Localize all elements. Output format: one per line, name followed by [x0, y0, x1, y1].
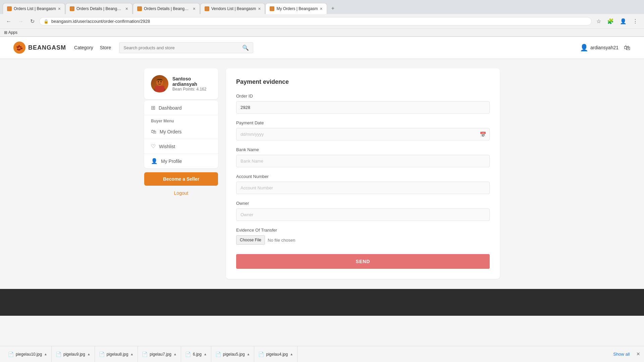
new-tab-button[interactable]: + — [327, 3, 338, 14]
account-number-input[interactable] — [236, 182, 490, 194]
svg-rect-4 — [155, 86, 164, 92]
tab-orders-list[interactable]: 🛒 Orders List | Beangasm × — [3, 3, 65, 14]
download-item-2[interactable]: 📄 pigelau9.jpg ▲ — [52, 346, 95, 352]
sidebar: Santoso ardiansyah Bean Points: 4.162 ⊞ … — [144, 68, 218, 279]
store-link[interactable]: Store — [100, 45, 111, 50]
order-id-input[interactable] — [236, 101, 490, 114]
send-button[interactable]: SEND — [236, 254, 490, 269]
payment-date-group: Payment Date 📅 — [236, 120, 490, 140]
browser-tabs: 🛒 Orders List | Beangasm × 🛒 Orders Deta… — [0, 0, 644, 14]
tab-orders-details-1[interactable]: 🛒 Orders Details | Beangasm × — [65, 3, 132, 14]
profile-icon: 👤 — [151, 158, 158, 164]
sidebar-item-wishlist[interactable]: ♡ Wishlist — [144, 139, 218, 154]
wishlist-label: Wishlist — [159, 144, 175, 149]
dashboard-label: Dashboard — [159, 105, 182, 111]
user-icon: 👤 — [580, 44, 588, 52]
bank-name-label: Bank Name — [236, 147, 490, 152]
profile-info: Santoso ardiansyah Bean Points: 4.162 — [172, 76, 211, 92]
orders-icon: 🛍 — [151, 129, 156, 135]
logo[interactable]: 🫘 BEANGASM — [13, 42, 66, 54]
download-file-icon: 📄 — [99, 352, 105, 352]
tab-title: Vendors List | Beangasm — [211, 6, 256, 11]
tab-close-icon[interactable]: × — [193, 6, 196, 11]
download-item-1[interactable]: 📄 piegelau10.jpg ▲ — [4, 346, 52, 352]
tab-orders-details-2[interactable]: 🛒 Orders Details | Beangasm × — [133, 3, 200, 14]
download-file-icon: 📄 — [258, 352, 264, 352]
category-link[interactable]: Category — [74, 45, 93, 50]
download-name: pigelau8.jpg — [107, 352, 128, 352]
owner-group: Owner — [236, 201, 490, 221]
become-seller-button[interactable]: Become a Seller — [144, 172, 218, 186]
url-bar[interactable]: 🔒 beangasm.id/user/account/order-confirm… — [39, 17, 592, 25]
form-area: Payment evidence Order ID Payment Date 📅… — [226, 68, 500, 279]
date-wrapper: 📅 — [236, 128, 490, 140]
form-title: Payment evidence — [236, 78, 490, 85]
close-downloads-button[interactable]: × — [636, 351, 640, 352]
file-input-wrapper: Choose File No file chosen — [236, 235, 490, 245]
svg-point-3 — [160, 81, 162, 82]
sidebar-item-my-profile[interactable]: 👤 My Profile — [144, 154, 218, 168]
tab-vendors-list[interactable]: 🛒 Vendors List | Beangasm × — [200, 3, 265, 14]
tab-close-icon[interactable]: × — [125, 6, 128, 11]
download-file-icon: 📄 — [56, 352, 61, 352]
cart-icon[interactable]: 🛍 — [624, 44, 631, 52]
downloads-right: Show all × — [610, 350, 640, 352]
bank-name-input[interactable] — [236, 155, 490, 167]
payment-date-input[interactable] — [236, 128, 490, 140]
choose-file-button[interactable]: Choose File — [236, 235, 265, 245]
forward-button[interactable]: → — [16, 17, 25, 26]
reload-button[interactable]: ↻ — [28, 17, 37, 26]
back-button[interactable]: ← — [4, 17, 13, 26]
tab-title: Orders List | Beangasm — [14, 6, 56, 11]
search-icon[interactable]: 🔍 — [242, 45, 249, 51]
order-id-label: Order ID — [236, 94, 490, 99]
search-bar[interactable]: 🔍 — [119, 42, 253, 53]
dashboard-icon: ⊞ — [151, 105, 155, 111]
show-all-button[interactable]: Show all — [610, 350, 632, 352]
tab-favicon: 🛒 — [205, 6, 209, 11]
download-item-4[interactable]: 📄 pigelau7.jpg ▲ — [138, 346, 181, 352]
profile-points: Bean Points: 4.162 — [172, 87, 211, 92]
svg-point-2 — [158, 81, 159, 82]
extensions-button[interactable]: 🧩 — [605, 17, 616, 26]
wishlist-icon: ♡ — [151, 143, 156, 149]
tab-my-orders[interactable]: 🛒 My Orders | Beangasm × — [265, 3, 327, 14]
download-item-5[interactable]: 📄 6.jpg ▲ — [181, 346, 211, 352]
sidebar-item-my-orders[interactable]: 🛍 My Orders — [144, 125, 218, 139]
search-input[interactable] — [123, 45, 239, 50]
browser-chrome: 🛒 Orders List | Beangasm × 🛒 Orders Deta… — [0, 0, 644, 37]
browser-actions: ☆ 🧩 👤 ⋮ — [594, 17, 640, 26]
owner-input[interactable] — [236, 208, 490, 221]
bookmark-button[interactable]: ☆ — [594, 17, 603, 26]
tab-close-icon[interactable]: × — [258, 6, 261, 11]
tab-title: Orders Details | Beangasm — [144, 6, 191, 11]
download-name: pigelau4.jpg — [266, 352, 288, 352]
nav-links: Category Store — [74, 45, 111, 50]
bank-name-group: Bank Name — [236, 147, 490, 167]
user-button[interactable]: 👤 ardiansyah21 — [580, 44, 619, 52]
tab-close-icon[interactable]: × — [320, 6, 323, 11]
download-file-icon: 📄 — [142, 352, 148, 352]
my-profile-label: My Profile — [161, 159, 182, 164]
download-file-icon: 📄 — [8, 352, 14, 352]
sidebar-item-dashboard[interactable]: ⊞ Dashboard — [144, 101, 218, 115]
tab-close-icon[interactable]: × — [58, 6, 61, 11]
download-item-6[interactable]: 📄 pigelau5.jpg ▲ — [211, 346, 255, 352]
navbar: 🫘 BEANGASM Category Store 🔍 👤 ardiansyah… — [0, 37, 644, 58]
main-content: Santoso ardiansyah Bean Points: 4.162 ⊞ … — [138, 58, 506, 289]
evidence-group: Evidence Of Transfer Choose File No file… — [236, 228, 490, 245]
profile-button[interactable]: 👤 — [618, 17, 629, 26]
navbar-right: 👤 ardiansyah21 🛍 — [580, 44, 631, 52]
tab-favicon: 🛒 — [137, 6, 142, 11]
owner-label: Owner — [236, 201, 490, 206]
order-id-group: Order ID — [236, 94, 490, 114]
download-name: pigelau5.jpg — [223, 352, 245, 352]
account-number-label: Account Number — [236, 174, 490, 179]
logout-button[interactable]: Logout — [144, 187, 218, 199]
menu-button[interactable]: ⋮ — [631, 17, 640, 26]
sidebar-profile: Santoso ardiansyah Bean Points: 4.162 — [144, 68, 218, 99]
download-name: pigelau7.jpg — [150, 352, 171, 352]
download-item-3[interactable]: 📄 pigelau8.jpg ▲ — [95, 346, 138, 352]
apps-bookmark[interactable]: ⊞ Apps — [4, 30, 17, 35]
download-item-7[interactable]: 📄 pigelau4.jpg ▲ — [254, 346, 298, 352]
